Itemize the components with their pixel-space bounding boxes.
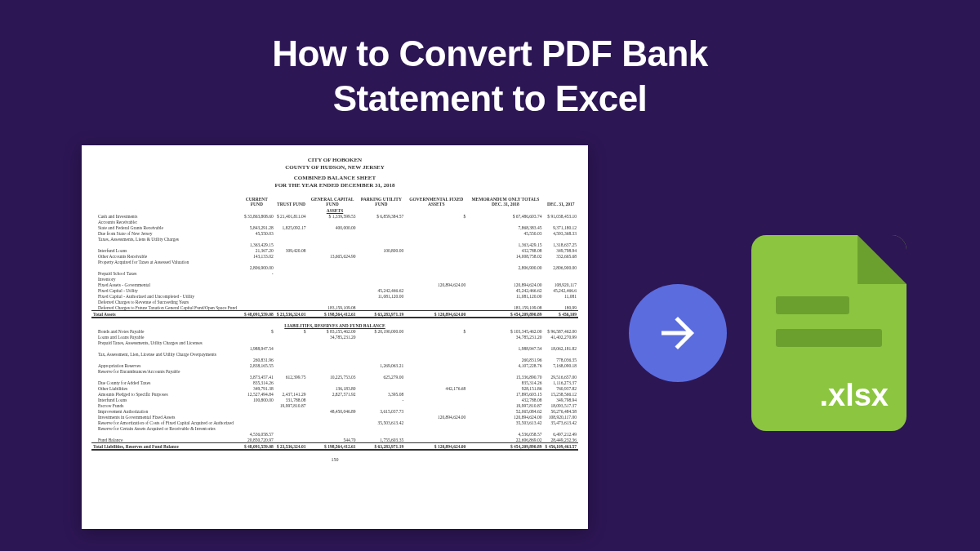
balance-sheet-table: CURRENT FUNDTRUST FUNDGENERAL CAPITAL FU…	[91, 196, 578, 451]
page-headline: How to Convert PDF Bank Statement to Exc…	[0, 0, 980, 121]
doc-header: CITY OF HOBOKEN COUNTY OF HUDSON, NEW JE…	[91, 157, 578, 189]
xlsx-extension-label: .xlsx	[819, 378, 889, 413]
content-area: CITY OF HOBOKEN COUNTY OF HUDSON, NEW JE…	[0, 137, 980, 545]
pdf-document-preview: CITY OF HOBOKEN COUNTY OF HUDSON, NEW JE…	[82, 145, 588, 529]
page-number: 150	[91, 457, 578, 462]
arrow-right-icon	[629, 284, 727, 382]
xlsx-file-icon: .xlsx	[751, 235, 906, 431]
